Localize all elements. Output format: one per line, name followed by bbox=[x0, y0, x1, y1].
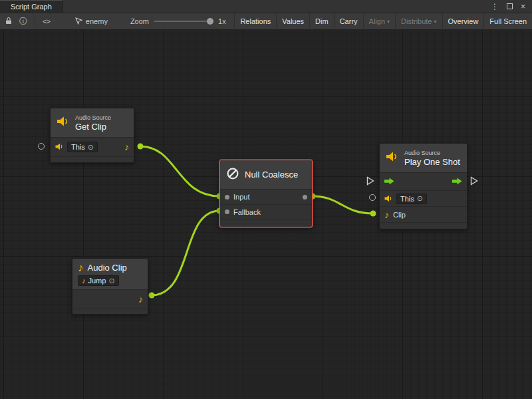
toolbar-separator bbox=[35, 17, 35, 26]
overview-label: Overview bbox=[448, 17, 479, 25]
null-coalesce-icon bbox=[226, 167, 239, 183]
audio-source-icon bbox=[57, 116, 70, 130]
fallback-port[interactable] bbox=[225, 209, 229, 214]
target-picker-icon: ⊙ bbox=[417, 195, 423, 202]
node-get-clip[interactable]: Audio Source Get Clip This ⊙ ♪ bbox=[50, 108, 134, 163]
caret-down-icon: ▾ bbox=[387, 19, 390, 25]
graph-owner-label: enemy bbox=[86, 17, 108, 25]
fallback-label: Fallback bbox=[233, 208, 261, 216]
audio-clip-icon: ♪ bbox=[78, 262, 84, 273]
zoom-slider[interactable] bbox=[154, 21, 213, 22]
script-graph-window: Script Graph ⋮ × ⓘ <> enemy Zoom bbox=[0, 0, 532, 399]
input-port[interactable] bbox=[225, 195, 229, 200]
result-output-port[interactable] bbox=[303, 195, 307, 200]
carry-label: Carry bbox=[340, 17, 358, 25]
node-title: Play One Shot bbox=[404, 157, 460, 167]
flow-port-row bbox=[380, 173, 467, 190]
speaker-icon bbox=[384, 193, 392, 205]
maximize-icon[interactable] bbox=[507, 3, 513, 9]
zoom-control: Zoom 1x bbox=[130, 17, 226, 25]
relations-button[interactable]: Relations bbox=[234, 13, 276, 30]
close-icon[interactable]: × bbox=[521, 3, 525, 11]
node-footer bbox=[380, 222, 467, 229]
info-icon[interactable]: ⓘ bbox=[19, 17, 27, 25]
tab-script-graph[interactable]: Script Graph bbox=[0, 0, 63, 13]
cursor-icon bbox=[75, 17, 82, 26]
node-category: Audio Source bbox=[404, 150, 460, 157]
clip-label: Clip bbox=[393, 211, 406, 219]
node-title: Get Clip bbox=[75, 122, 111, 132]
zoom-value: 1x bbox=[218, 17, 226, 25]
wire-getclip-to-input[interactable] bbox=[140, 146, 219, 196]
input-label: Input bbox=[233, 193, 249, 201]
distribute-button[interactable]: Distribute▾ bbox=[395, 13, 442, 30]
target-picker-icon: ⊙ bbox=[108, 277, 114, 285]
audio-source-icon bbox=[386, 151, 399, 165]
window-menu-icon[interactable]: ⋮ bbox=[491, 3, 499, 11]
full-screen-button[interactable]: Full Screen bbox=[483, 13, 532, 30]
node-header: ♪ Audio Clip ♪ Jump ⊙ bbox=[72, 259, 148, 290]
audio-clip-object-picker[interactable]: ♪ Jump ⊙ bbox=[78, 275, 119, 286]
node-play-one-shot[interactable]: Audio Source Play One Shot This ⊙ bbox=[379, 143, 467, 229]
clip-port-row: ♪ Clip bbox=[380, 206, 467, 222]
align-label: Align bbox=[369, 17, 385, 25]
carry-button[interactable]: Carry bbox=[334, 13, 363, 30]
this-value: This bbox=[71, 143, 85, 151]
zoom-slider-handle[interactable] bbox=[207, 18, 213, 25]
node-category: Audio Source bbox=[75, 114, 111, 122]
this-port-row: This ⊙ bbox=[380, 190, 467, 206]
clip-output-icon[interactable]: ♪ bbox=[124, 142, 129, 152]
code-view-icon[interactable]: <> bbox=[43, 17, 50, 25]
graph-canvas[interactable]: Audio Source Get Clip This ⊙ ♪ bbox=[0, 30, 532, 399]
node-header: Audio Source Get Clip bbox=[51, 108, 134, 138]
toolbar-left-group: ⓘ <> bbox=[0, 17, 50, 26]
wire-endpoint[interactable] bbox=[138, 144, 144, 150]
node-audio-clip[interactable]: ♪ Audio Clip ♪ Jump ⊙ ♪ bbox=[72, 258, 148, 315]
titlebar-actions: ⋮ × bbox=[491, 0, 532, 13]
this-object-picker[interactable]: This ⊙ bbox=[67, 142, 98, 152]
graph-owner[interactable]: enemy bbox=[75, 17, 108, 26]
play-one-shot-this-input-port[interactable] bbox=[369, 194, 376, 201]
graph-toolbar: ⓘ <> enemy Zoom 1x Relations Values Dim … bbox=[0, 13, 532, 30]
values-button[interactable]: Values bbox=[276, 13, 309, 30]
tab-title: Script Graph bbox=[11, 3, 52, 11]
titlebar: Script Graph ⋮ × bbox=[0, 0, 532, 13]
caret-down-icon: ▾ bbox=[434, 19, 437, 25]
flow-output-arrow-icon[interactable] bbox=[452, 176, 462, 188]
node-header: Null Coalesce bbox=[220, 160, 312, 190]
node-header: Audio Source Play One Shot bbox=[380, 144, 467, 173]
music-note-icon: ♪ bbox=[384, 210, 389, 219]
wire-audioclip-to-fallback[interactable] bbox=[152, 211, 219, 295]
node-null-coalesce[interactable]: Null Coalesce Input Fallback bbox=[219, 160, 313, 227]
lock-icon[interactable] bbox=[5, 17, 12, 26]
flow-input-arrow-icon[interactable] bbox=[384, 176, 394, 188]
distribute-label: Distribute bbox=[401, 17, 432, 25]
get-clip-this-input-port[interactable] bbox=[38, 143, 45, 150]
zoom-label: Zoom bbox=[130, 17, 149, 25]
wire-endpoint[interactable] bbox=[149, 293, 155, 299]
node-footer bbox=[51, 156, 134, 162]
wire-endpoint[interactable] bbox=[370, 211, 376, 217]
node-footer bbox=[72, 309, 148, 314]
this-value: This bbox=[400, 195, 414, 203]
flow-input-triangle-icon[interactable] bbox=[366, 176, 374, 188]
music-note-icon: ♪ bbox=[82, 277, 86, 285]
node-footer bbox=[220, 219, 312, 227]
overview-button[interactable]: Overview bbox=[442, 13, 484, 30]
wire-output-to-clip[interactable] bbox=[313, 196, 373, 213]
this-port-row: This ⊙ ♪ bbox=[51, 138, 134, 156]
values-label: Values bbox=[282, 17, 304, 25]
node-title: Null Coalesce bbox=[245, 170, 298, 180]
clip-output-icon[interactable]: ♪ bbox=[138, 295, 143, 304]
dim-button[interactable]: Dim bbox=[309, 13, 334, 30]
flow-output-triangle-icon[interactable] bbox=[470, 176, 478, 188]
input-port-row: Input bbox=[220, 190, 312, 204]
target-picker-icon: ⊙ bbox=[88, 144, 94, 151]
clip-output-row: ♪ bbox=[72, 290, 148, 309]
speaker-icon bbox=[55, 141, 63, 153]
toolbar-buttons: Relations Values Dim Carry Align▾ Distri… bbox=[234, 13, 532, 30]
align-button[interactable]: Align▾ bbox=[363, 13, 395, 30]
this-object-picker[interactable]: This ⊙ bbox=[396, 194, 427, 204]
node-title: Audio Clip bbox=[88, 263, 127, 273]
audio-clip-value: Jump bbox=[88, 277, 106, 285]
